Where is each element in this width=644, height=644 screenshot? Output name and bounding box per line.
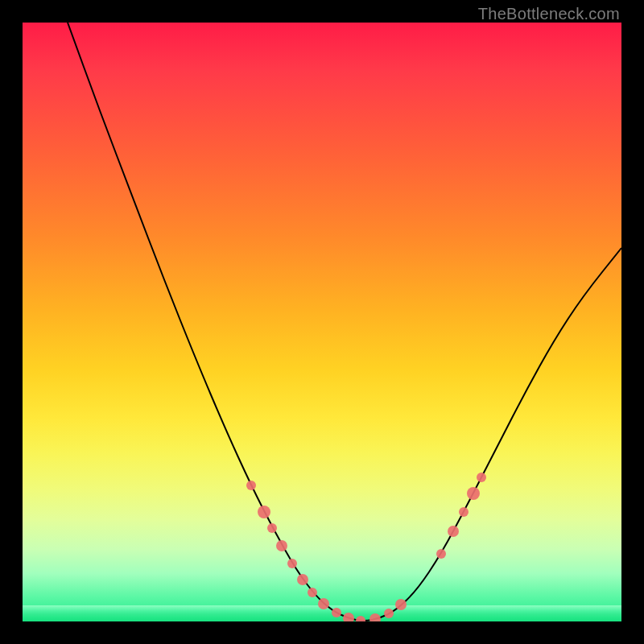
data-marker bbox=[436, 549, 446, 559]
data-marker bbox=[467, 487, 480, 500]
data-marker bbox=[287, 559, 297, 568]
data-marker bbox=[276, 540, 287, 551]
data-marker bbox=[384, 609, 394, 618]
data-marker bbox=[369, 613, 381, 621]
data-marker bbox=[308, 588, 317, 597]
data-marker bbox=[267, 523, 277, 533]
data-marker bbox=[459, 507, 469, 517]
curve-svg bbox=[23, 23, 621, 621]
data-marker bbox=[477, 473, 486, 482]
data-marker bbox=[246, 481, 256, 490]
bottleneck-curve bbox=[68, 23, 621, 621]
data-marker bbox=[318, 598, 329, 609]
data-marker bbox=[448, 526, 459, 537]
data-marker bbox=[395, 599, 407, 610]
data-marker bbox=[343, 613, 354, 621]
data-markers bbox=[246, 473, 486, 621]
data-marker bbox=[332, 608, 341, 617]
data-marker bbox=[356, 616, 365, 621]
data-marker bbox=[258, 506, 270, 518]
data-marker bbox=[297, 574, 308, 585]
chart-frame: TheBottleneck.com bbox=[0, 0, 644, 644]
plot-area bbox=[23, 23, 621, 621]
watermark-text: TheBottleneck.com bbox=[478, 5, 620, 23]
